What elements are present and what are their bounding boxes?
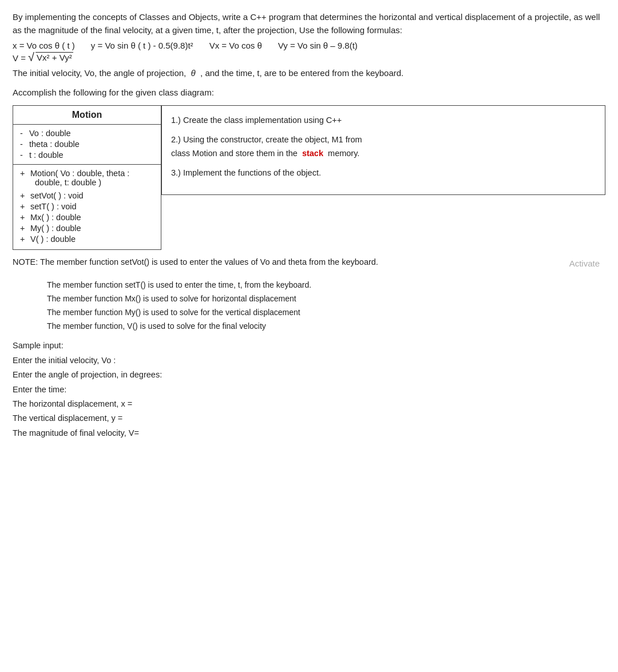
member-func-3: The member function My() is used to solv… <box>47 306 605 320</box>
formula-vx: Vx = Vo cos θ <box>209 41 262 50</box>
method-text-setvot: setVot( ) : void <box>30 191 84 200</box>
method-prefix-sett: + <box>20 202 30 211</box>
sample-line-4: The horizontal displacement, x = <box>13 397 605 411</box>
method-constructor: + Motion( Vo : double, theta : double, t… <box>20 168 154 188</box>
class-box-attributes: - Vo : double - theta : double - t : dou… <box>13 125 161 165</box>
attr-row-vo: - Vo : double <box>20 128 154 139</box>
initial-text-part2: , and the time, t, are to be entered fro… <box>200 68 403 78</box>
method-prefix-my: + <box>20 224 30 233</box>
member-func-2: The member function Mx() is used to solv… <box>47 292 605 306</box>
sqrt-symbol: √ <box>28 51 34 63</box>
method-text-sett: setT( ) : void <box>30 202 77 211</box>
sample-line-2: Enter the angle of projection, in degree… <box>13 368 605 382</box>
instruction-2-part3: memory. <box>328 149 359 158</box>
method-sett: + setT( ) : void <box>20 201 154 212</box>
accomplish-text: Accomplish the following for the given c… <box>13 88 605 97</box>
sample-line-1: Enter the initial velocity, Vo : <box>13 353 605 368</box>
instruction-1: 1.) Create the class implementation usin… <box>171 114 596 128</box>
sample-line-3: Enter the time: <box>13 383 605 397</box>
attr-prefix-t: - <box>20 150 29 160</box>
attr-prefix-vo: - <box>20 129 29 138</box>
class-box-methods: + Motion( Vo : double, theta : double, t… <box>13 165 161 249</box>
diagram-container: Motion - Vo : double - theta : double - … <box>13 105 605 250</box>
initial-text-part1: The initial velocity, Vo, the angle of p… <box>13 68 186 78</box>
method-text-my: My( ) : double <box>30 224 81 233</box>
theta-symbol: θ <box>191 68 196 78</box>
instruction-3: 3.) Implement the functions of the objec… <box>171 166 596 180</box>
member-functions-list: The member function setT() is used to en… <box>47 279 605 333</box>
instruction-2-part1: 2.) Using the constructor, create the ob… <box>171 135 362 144</box>
attr-prefix-theta: - <box>20 140 29 149</box>
method-mx: + Mx( ) : double <box>20 212 154 223</box>
sample-line-6: The magnitude of final velocity, V= <box>13 426 605 440</box>
intro-paragraph: By implementing the concepts of Classes … <box>13 10 605 37</box>
method-prefix-v: + <box>20 234 30 244</box>
method-my: + My( ) : double <box>20 223 154 234</box>
formula-line-1: x = Vo cos θ ( t ) y = Vo sin θ ( t ) - … <box>13 41 605 50</box>
method-prefix-constructor: + <box>20 169 30 178</box>
method-text-constructor: Motion( Vo : double, theta : double, t: … <box>30 169 129 187</box>
formula-vy: Vy = Vo sin θ – 9.8(t) <box>278 41 358 50</box>
method-v: + V( ) : double <box>20 234 154 245</box>
sqrt-wrapper: √ Vx² + Vy² <box>28 51 73 63</box>
instruction-2: 2.) Using the constructor, create the ob… <box>171 133 596 161</box>
attr-text-t: t : double <box>29 150 64 160</box>
note-section-wrapper: NOTE: The member function setVot() is us… <box>13 256 605 268</box>
formula-x: x = Vo cos θ ( t ) <box>13 41 75 50</box>
member-func-4: The member function, V() is used to solv… <box>47 320 605 333</box>
activate-watermark-text: Activate <box>569 259 600 268</box>
method-setvot: + setVot( ) : void <box>20 190 154 201</box>
stack-word: stack <box>302 149 323 158</box>
attr-text-vo: Vo : double <box>29 129 71 138</box>
instructions-box: 1.) Create the class implementation usin… <box>161 105 605 196</box>
class-box: Motion - Vo : double - theta : double - … <box>13 105 161 250</box>
attr-row-theta: - theta : double <box>20 139 154 150</box>
sqrt-content: Vx² + Vy² <box>35 52 73 62</box>
attr-text-theta: theta : double <box>29 140 80 149</box>
note-text: NOTE: The member function setVot() is us… <box>13 256 605 268</box>
method-text-mx: Mx( ) : double <box>30 213 81 222</box>
attr-row-t: - t : double <box>20 150 154 161</box>
sample-line-5: The vertical displacement, y = <box>13 411 605 426</box>
sample-label: Sample input: <box>13 339 605 353</box>
method-text-v: V( ) : double <box>30 234 76 244</box>
formula-v-label: V = <box>13 53 26 63</box>
instruction-2-part2: class Motion and store them in the <box>171 149 298 158</box>
formula-v-line: V = √ Vx² + Vy² <box>13 51 605 63</box>
sample-section: Sample input:Enter the initial velocity,… <box>13 339 605 440</box>
formula-y: y = Vo sin θ ( t ) - 0.5(9.8)t² <box>91 41 193 50</box>
initial-text: The initial velocity, Vo, the angle of p… <box>13 66 605 79</box>
method-prefix-mx: + <box>20 213 30 222</box>
method-prefix-setvot: + <box>20 191 30 200</box>
class-box-header: Motion <box>13 106 161 125</box>
member-func-1: The member function setT() is used to en… <box>47 279 605 292</box>
